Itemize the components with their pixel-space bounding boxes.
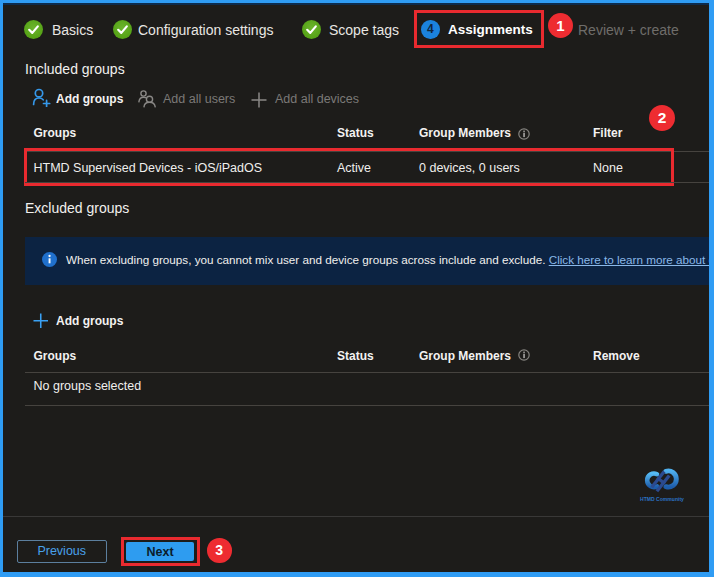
svg-text:HTMD Community: HTMD Community [640, 496, 684, 502]
